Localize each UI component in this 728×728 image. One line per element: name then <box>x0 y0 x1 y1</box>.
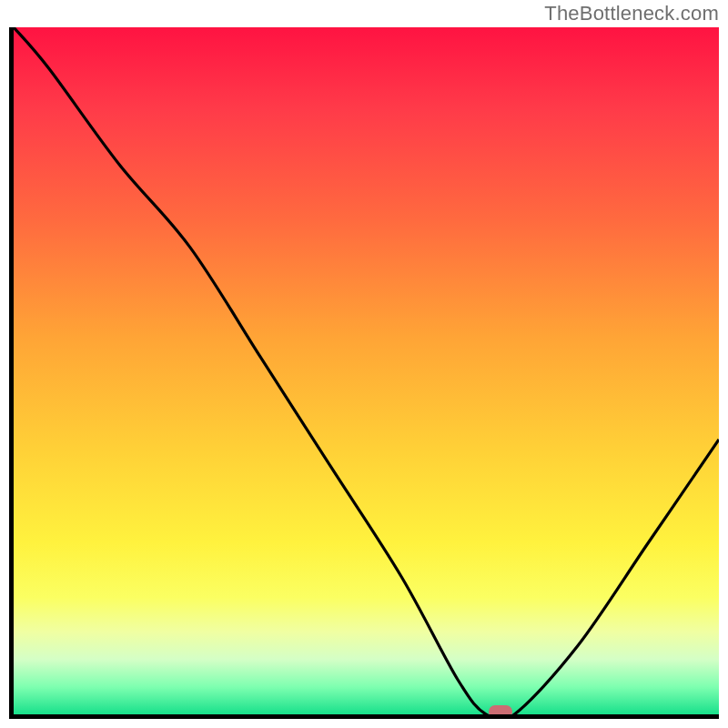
plot-axes <box>9 27 719 719</box>
plot-area <box>14 27 719 714</box>
watermark-label: TheBottleneck.com <box>544 2 719 25</box>
bottleneck-curve <box>14 27 719 714</box>
optimal-point-marker <box>489 705 512 714</box>
chart-container: TheBottleneck.com <box>0 0 728 728</box>
